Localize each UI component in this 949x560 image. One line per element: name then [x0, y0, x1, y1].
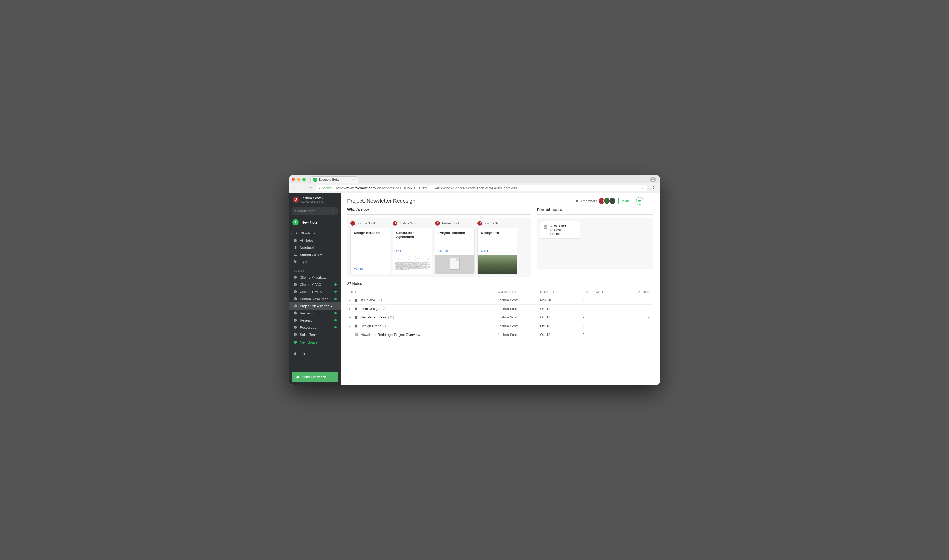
sidebar-item-space[interactable]: Research: [289, 317, 341, 324]
sidebar-item-space[interactable]: Sales Team: [289, 331, 341, 338]
notes-table: Title Created By Updated ↓ Shared With A…: [347, 288, 653, 339]
row-actions-menu[interactable]: ⋯: [635, 315, 652, 319]
bookmark-star-icon[interactable]: ☆: [642, 186, 645, 190]
browser-menu-icon[interactable]: ⋮: [650, 185, 657, 191]
row-actions-menu[interactable]: ⋯: [635, 298, 652, 302]
notes-count-label: 27 Notes: [341, 277, 660, 288]
card-date: Oct 18: [481, 249, 514, 253]
profile-avatar-icon[interactable]: [650, 177, 656, 182]
search-placeholder: Search notes...: [295, 209, 318, 213]
note-card[interactable]: Project Timeline Oct 18: [435, 228, 475, 274]
note-card[interactable]: Contractor Agreement Oct 18 Lorem ipsum …: [393, 228, 432, 274]
author-avatar: J: [478, 221, 482, 226]
row-actions-menu[interactable]: ⋯: [635, 324, 652, 328]
more-menu-icon[interactable]: ⋯: [646, 198, 653, 204]
sidebar-item-all-notes[interactable]: All Notes: [289, 237, 341, 244]
new-note-button[interactable]: + New Note: [292, 219, 337, 226]
reload-button[interactable]: ⟳: [308, 186, 313, 191]
whats-new-title: What's new: [347, 207, 531, 215]
back-button[interactable]: ←: [292, 186, 297, 191]
star-icon: ★: [294, 231, 298, 235]
address-bar[interactable]: Secure | https://www.evernote.com/Ion.ac…: [316, 185, 647, 191]
members-count[interactable]: 3 members: [575, 199, 597, 203]
row-count: (15): [388, 315, 394, 319]
user-name: Joshua Scott: [301, 196, 320, 200]
invite-button[interactable]: Invite: [618, 198, 633, 204]
sidebar-item-space[interactable]: Project: Newsletter Redes…: [289, 303, 341, 310]
space-label: Resources: [300, 326, 316, 329]
sidebar-item-space[interactable]: Recruiting: [289, 310, 341, 317]
table-row[interactable]: ▸ Newsletter Redesign: Project Overview …: [347, 330, 653, 339]
sidebar-item-space[interactable]: Clients: EMEA: [289, 288, 341, 295]
author-name: Joshua Sc: [484, 222, 499, 225]
expand-caret-icon[interactable]: ▸: [349, 307, 353, 310]
user-block[interactable]: J Joshua Scott ▾ ACME Group Inc.: [289, 193, 341, 206]
maximize-window-button[interactable]: [302, 178, 305, 181]
sidebar-item-shortcuts[interactable]: ▸ ★ Shortcuts: [289, 230, 341, 237]
table-row[interactable]: ▸ In Review (1) Joshua Scott Nov 10 2 ⋯: [347, 296, 653, 305]
activity-dot-icon: [334, 312, 337, 314]
whats-new-section: What's new J Joshua Scott Design Iterati…: [347, 207, 531, 277]
user-avatar: J: [293, 197, 299, 203]
expand-caret-icon[interactable]: ▸: [349, 298, 353, 302]
new-space-button[interactable]: New Space: [289, 339, 341, 346]
member-avatar: [609, 197, 616, 204]
row-actions-menu[interactable]: ⋯: [635, 333, 652, 337]
expand-caret-icon[interactable]: ▸: [349, 316, 353, 318]
sidebar-item-notebooks[interactable]: Notebooks: [289, 244, 341, 251]
table-row[interactable]: ▸ Design Drafts (1) Joshua Scott Oct 18 …: [347, 322, 653, 331]
file-icon: [450, 257, 460, 270]
col-title[interactable]: Title: [349, 290, 498, 294]
note-card[interactable]: Design Iteration Oct 18: [350, 228, 390, 274]
sidebar-item-trash[interactable]: Trash: [289, 350, 341, 357]
main-header: Project: Newsletter Redesign 3 members I…: [341, 193, 660, 207]
nav-label: New Space: [300, 340, 317, 344]
pinned-note-card[interactable]: Newsletter Redesign: Project: [540, 221, 580, 239]
present-button[interactable]: [636, 197, 644, 205]
sidebar-item-space[interactable]: Human Resources: [289, 295, 341, 303]
col-created[interactable]: Created By: [498, 290, 540, 294]
table-row[interactable]: ▸ Final Designs (9) Joshua Scott Oct 18 …: [347, 305, 653, 313]
minimize-window-button[interactable]: [297, 178, 300, 181]
activity-dot-icon: [334, 326, 337, 328]
send-feedback-button[interactable]: Send Feedback: [292, 372, 338, 382]
sidebar-item-space[interactable]: Resources: [289, 324, 341, 331]
note-card-wrap: J Joshua Scott Design Iteration Oct 18: [350, 221, 390, 274]
row-count: (1): [384, 324, 388, 328]
space-label: Research: [300, 318, 314, 322]
svg-point-8: [576, 200, 577, 201]
col-shared[interactable]: Shared With: [582, 290, 635, 294]
nav-label: Tags: [300, 260, 307, 264]
nav-label: Trash: [300, 352, 308, 356]
row-created-by: Joshua Scott: [498, 307, 540, 311]
sidebar-item-space[interactable]: Clients: Americas: [289, 274, 341, 281]
svg-rect-22: [356, 325, 356, 328]
author-name: Joshua Scott: [399, 222, 417, 225]
author-name: Joshua Scott: [441, 222, 460, 225]
row-count: (1): [377, 298, 382, 302]
cube-icon: [293, 297, 297, 301]
avatar-stack[interactable]: [600, 197, 616, 204]
forward-button[interactable]: →: [300, 186, 305, 191]
photo-thumbnail: [478, 255, 517, 274]
col-updated[interactable]: Updated ↓: [540, 290, 582, 294]
note-card[interactable]: Design Pro Oct 18: [478, 228, 517, 274]
sidebar-item-shared[interactable]: Shared With Me: [289, 251, 341, 258]
tab-close-icon[interactable]: ×: [353, 178, 355, 182]
row-updated: Oct 18: [540, 324, 582, 328]
sidebar-item-tags[interactable]: Tags: [289, 258, 341, 265]
expand-caret-icon[interactable]: ▸: [349, 325, 353, 328]
secure-label: Secure: [322, 186, 332, 190]
row-updated: Oct 18: [540, 315, 582, 319]
pinned-section: Pinned notes Newsletter Redesign: Projec…: [537, 207, 653, 277]
row-actions-menu[interactable]: ⋯: [635, 307, 652, 311]
close-window-button[interactable]: [292, 178, 295, 181]
browser-tab[interactable]: Evernote Beta ×: [310, 176, 358, 183]
search-input[interactable]: Search notes...: [292, 208, 337, 215]
people-icon: [575, 199, 579, 203]
row-created-by: Joshua Scott: [498, 298, 540, 302]
table-row[interactable]: ▸ Newsletter Ideas (15) Joshua Scott Oct…: [347, 313, 653, 322]
note-card-wrap: J Joshua Scott Contractor Agreement Oct …: [393, 221, 432, 274]
sidebar-item-space[interactable]: Clients: APAC: [289, 281, 341, 288]
feedback-label: Send Feedback: [302, 375, 326, 379]
